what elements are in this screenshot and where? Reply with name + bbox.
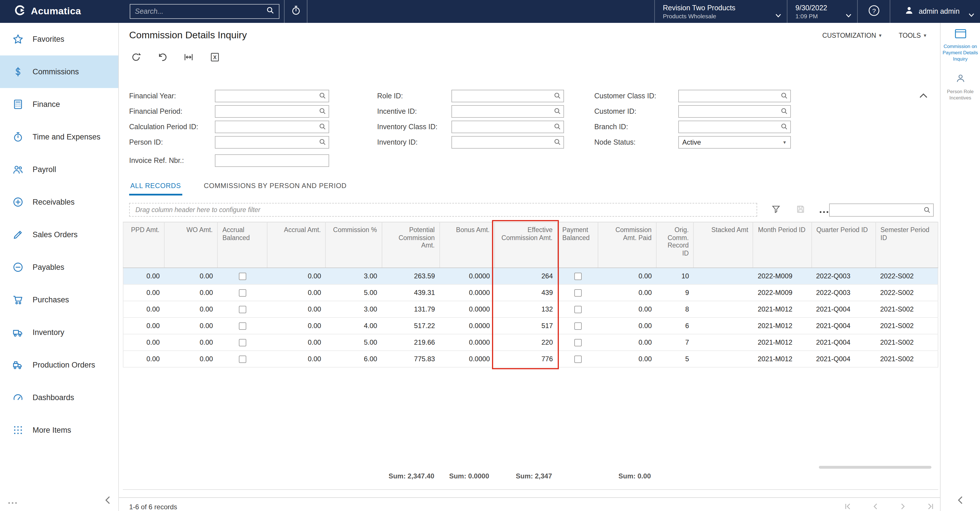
ellipsis-icon[interactable] — [8, 496, 17, 506]
column-header-wo-amt[interactable]: WO Amt. — [164, 222, 218, 268]
cancel-button[interactable] — [156, 51, 169, 65]
sidebar-item-time-and-expenses[interactable]: Time and Expenses — [0, 121, 118, 153]
sidebar-item-payables[interactable]: Payables — [0, 251, 118, 283]
customer-id-input[interactable] — [679, 107, 778, 115]
person-id-input[interactable] — [215, 138, 316, 146]
customization-menu[interactable]: CUSTOMIZATION ▾ — [822, 32, 881, 39]
fit-width-button[interactable] — [182, 51, 196, 65]
chevron-down-icon[interactable]: ▾ — [779, 139, 790, 145]
magnifier-icon[interactable] — [551, 138, 563, 146]
expand-panel-icon[interactable] — [958, 496, 963, 506]
column-header-ppd-amt[interactable]: PPD Amt. — [123, 222, 164, 268]
magnifier-icon[interactable] — [551, 123, 563, 131]
sidebar-item-inventory[interactable]: Inventory — [0, 316, 118, 349]
column-header-semester-period-id[interactable]: Semester Period ID — [876, 222, 938, 268]
save-grid-settings-button[interactable] — [794, 204, 807, 216]
role-id-input[interactable] — [452, 92, 551, 100]
column-header-stacked-amt[interactable]: Stacked Amt — [694, 222, 753, 268]
customer-class-id-input[interactable] — [679, 92, 778, 100]
magnifier-icon[interactable] — [778, 107, 790, 115]
checkbox[interactable] — [574, 339, 581, 346]
magnifier-icon[interactable] — [551, 107, 563, 115]
checkbox[interactable] — [574, 355, 581, 363]
table-row[interactable]: 0.000.000.003.00131.790.00001320.0082021… — [123, 301, 938, 317]
acumatica-logo[interactable]: Acumatica — [0, 0, 119, 23]
export-to-excel-button[interactable]: X — [208, 51, 222, 65]
checkbox[interactable] — [574, 272, 581, 280]
user-menu[interactable]: admin admin — [890, 0, 980, 23]
magnifier-icon[interactable] — [551, 92, 563, 99]
help-button[interactable]: ? — [857, 0, 890, 23]
inventory-class-id-input[interactable] — [452, 123, 551, 131]
checkbox[interactable] — [239, 355, 246, 363]
collapse-sidebar-icon[interactable] — [105, 496, 110, 506]
checkbox[interactable] — [239, 272, 246, 280]
search-icon[interactable] — [921, 206, 933, 214]
inventory-id-input[interactable] — [452, 138, 551, 146]
sidebar-item-finance[interactable]: Finance — [0, 88, 118, 121]
side-panel-item-commission-on-payment-details-inquiry[interactable]: Commission on Payment Details Inquiry — [940, 23, 980, 67]
tools-menu[interactable]: TOOLS ▾ — [899, 32, 926, 39]
last-page-button[interactable] — [925, 501, 935, 511]
financial-year-input[interactable] — [215, 92, 316, 100]
side-panel-item-person-role-incentives[interactable]: Person Role Incentives — [940, 67, 980, 106]
search-icon[interactable] — [266, 6, 274, 17]
drag-column-filter-zone[interactable]: Drag column header here to configure fil… — [129, 203, 757, 216]
column-header-month-period-id[interactable]: Month Period ID — [753, 222, 811, 268]
sidebar-item-commissions[interactable]: Commissions — [0, 56, 118, 88]
column-header-orig-comm-record-id[interactable]: Orig. Comm. Record ID — [656, 222, 694, 268]
sidebar-item-receivables[interactable]: Receivables — [0, 186, 118, 218]
table-row[interactable]: 0.000.000.005.00439.310.00004390.0092022… — [123, 284, 938, 301]
table-row[interactable]: 0.000.000.003.00263.590.00002640.0010202… — [123, 268, 938, 284]
checkbox[interactable] — [574, 289, 581, 296]
incentive-id-input[interactable] — [452, 107, 551, 115]
column-header-bonus-amt[interactable]: Bonus Amt. — [439, 222, 494, 268]
table-row[interactable]: 0.000.000.004.00517.220.00005170.0062021… — [123, 317, 938, 334]
sidebar-item-dashboards[interactable]: Dashboards — [0, 381, 118, 414]
checkbox[interactable] — [574, 322, 581, 330]
magnifier-icon[interactable] — [316, 107, 329, 115]
next-page-button[interactable] — [898, 501, 908, 511]
column-header-effective-commission-amt[interactable]: Effective Commission Amt. — [495, 222, 557, 268]
column-header-quarter-period-id[interactable]: Quarter Period ID — [811, 222, 875, 268]
global-search-input[interactable] — [135, 8, 266, 16]
sidebar-item-production-orders[interactable]: Production Orders — [0, 349, 118, 381]
tab-commissions-by-person-and-period[interactable]: COMMISSIONS BY PERSON AND PERIOD — [202, 178, 348, 196]
table-row[interactable]: 0.000.000.006.00775.830.00007760.0052021… — [123, 351, 938, 367]
checkbox[interactable] — [239, 289, 246, 296]
checkbox[interactable] — [239, 322, 246, 330]
sidebar-item-more-items[interactable]: More Items — [0, 414, 118, 446]
invoice-ref-nbr-input[interactable] — [215, 156, 329, 164]
horizontal-scrollbar[interactable] — [819, 466, 931, 469]
tab-all-records[interactable]: ALL RECORDS — [129, 178, 182, 196]
sidebar-item-purchases[interactable]: Purchases — [0, 283, 118, 316]
magnifier-icon[interactable] — [316, 138, 329, 146]
refresh-button[interactable] — [129, 51, 143, 65]
time-tracking-button[interactable] — [284, 0, 307, 23]
magnifier-icon[interactable] — [316, 92, 329, 99]
column-header-payment-balanced[interactable]: Payment Balanced — [557, 222, 598, 268]
sidebar-item-payroll[interactable]: Payroll — [0, 153, 118, 186]
calculation-period-id-input[interactable] — [215, 123, 316, 131]
column-header-accrual-amt[interactable]: Accrual Amt. — [267, 222, 326, 268]
magnifier-icon[interactable] — [316, 123, 329, 131]
column-header-accrual-balanced[interactable]: Accrual Balanced — [218, 222, 267, 268]
grid-search-input[interactable] — [830, 206, 921, 214]
previous-page-button[interactable] — [870, 501, 881, 511]
checkbox[interactable] — [239, 306, 246, 313]
table-row[interactable]: 0.000.000.005.00219.660.00002200.0072021… — [123, 334, 938, 351]
grid-more-options-button[interactable] — [817, 204, 831, 216]
filter-settings-button[interactable] — [769, 204, 783, 216]
checkbox[interactable] — [574, 306, 581, 313]
magnifier-icon[interactable] — [778, 92, 790, 99]
business-date-selector[interactable]: 9/30/2022 1:09 PM — [787, 0, 857, 23]
sidebar-item-sales-orders[interactable]: Sales Orders — [0, 218, 118, 251]
company-selector[interactable]: Revision Two Products Products Wholesale — [654, 0, 787, 23]
column-header-potential-commission-amt[interactable]: Potential Commission Amt. — [382, 222, 439, 268]
node-status-select[interactable]: Active▾ — [678, 136, 791, 148]
collapse-filter-panel-button[interactable] — [920, 90, 928, 100]
column-header-commission[interactable]: Commission % — [326, 222, 382, 268]
column-header-commission-amt-paid[interactable]: Commission Amt. Paid — [598, 222, 656, 268]
magnifier-icon[interactable] — [778, 123, 790, 131]
sidebar-item-favorites[interactable]: Favorites — [0, 23, 118, 56]
